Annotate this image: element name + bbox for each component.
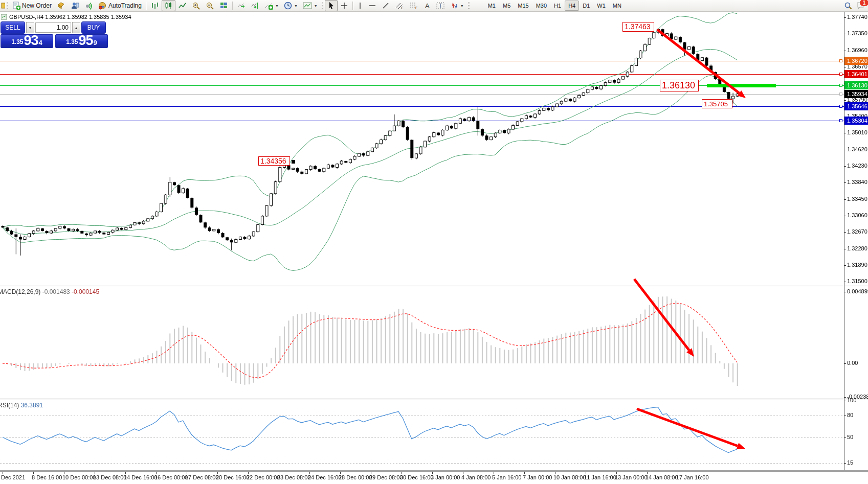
periods-button[interactable]: ▼	[281, 0, 300, 11]
buy-button[interactable]: BUY	[81, 21, 106, 34]
sell-button[interactable]: SELL	[1, 21, 25, 34]
crosshair-button[interactable]	[338, 0, 351, 11]
volume-decrease-button[interactable]: ▼	[26, 22, 34, 33]
market-depth-button[interactable]	[68, 0, 82, 11]
tf-d1[interactable]: D1	[579, 1, 593, 11]
channel-glyph: E	[401, 6, 404, 10]
one-click-trading-panel: SELL ▼ ▲ BUY 1.35 93 4 1.35 95 9	[1, 21, 110, 48]
sell-price-big: 93	[24, 34, 38, 47]
tf-mn[interactable]: MN	[609, 1, 625, 11]
cursor-button[interactable]	[325, 0, 338, 11]
candlestick-chart-button[interactable]	[162, 0, 175, 11]
line-chart-button[interactable]	[175, 0, 189, 11]
templates-dropdown[interactable]: ▼	[314, 4, 318, 8]
label-glyph: T	[439, 3, 442, 9]
fibo-glyph: F	[415, 6, 417, 10]
tf-h4[interactable]: H4	[565, 1, 579, 11]
toolbar-grip[interactable]	[7, 2, 8, 10]
tf-m5[interactable]: M5	[499, 1, 514, 11]
symbol-search-icon[interactable]	[844, 2, 852, 10]
volume-input[interactable]	[35, 22, 71, 33]
tile-windows-button[interactable]	[217, 0, 231, 11]
toolbar-grip[interactable]	[468, 2, 470, 10]
notifications-button[interactable]: 1	[856, 2, 865, 10]
chart-area[interactable]	[0, 0, 868, 484]
sell-price-prefix: 1.35	[11, 37, 23, 47]
sell-price-panel[interactable]: 1.35 93 4	[1, 34, 53, 48]
indicators-dropdown[interactable]: ▼	[275, 4, 279, 8]
sell-price-pip: 4	[39, 35, 42, 51]
mql-editor-button[interactable]	[54, 0, 68, 11]
zoom-out-button[interactable]	[203, 0, 217, 11]
buy-price-prefix: 1.35	[66, 37, 78, 47]
horizontal-line-button[interactable]	[366, 0, 379, 11]
auto-scroll-button[interactable]	[234, 0, 248, 11]
new-order-icon	[12, 2, 20, 10]
equidistant-channel-button[interactable]: E	[392, 0, 407, 11]
buy-price-big: 95	[79, 34, 93, 47]
templates-button[interactable]: ▼	[300, 0, 320, 11]
mt4-window: { "toolbar": { "new_order_label": "New O…	[0, 0, 868, 484]
tf-m1[interactable]: M1	[484, 1, 499, 11]
new-order-label: New Order	[22, 2, 52, 9]
main-toolbar: New Order AutoTrading ▼ ▼ ▼ E F A T ▼ M1…	[0, 0, 868, 12]
text-button[interactable]: A	[421, 0, 433, 11]
signals-button[interactable]	[82, 0, 96, 11]
arrows-button[interactable]: ▼	[448, 0, 466, 11]
symbol-ohlc-text: GBPUSD-,H4 1.35962 1.35982 1.35835 1.359…	[9, 14, 131, 20]
vertical-line-button[interactable]	[354, 0, 366, 11]
periods-dropdown[interactable]: ▼	[294, 4, 298, 8]
zoom-in-button[interactable]	[189, 0, 203, 11]
toolbar-separator	[146, 2, 146, 10]
indicators-button[interactable]: ▼	[262, 0, 281, 11]
fibonacci-button[interactable]: F	[407, 0, 421, 11]
symbol-ohlc-line: GBPUSD-,H4 1.35962 1.35982 1.35835 1.359…	[1, 14, 131, 20]
tf-m15[interactable]: M15	[514, 1, 532, 11]
autotrading-button[interactable]: AutoTrading	[96, 0, 144, 11]
bar-chart-button[interactable]	[148, 0, 162, 11]
new-order-button[interactable]: New Order	[10, 0, 54, 11]
chart-tab-icon	[1, 14, 7, 20]
volume-increase-button[interactable]: ▲	[72, 22, 80, 33]
toolbar-grip[interactable]	[322, 2, 323, 10]
buy-price-panel[interactable]: 1.35 95 9	[55, 34, 108, 48]
autotrading-icon	[98, 2, 107, 10]
tf-h1[interactable]: H1	[550, 1, 565, 11]
autotrading-label: AutoTrading	[108, 2, 142, 9]
trendline-button[interactable]	[379, 0, 392, 11]
toolbar-separator	[352, 2, 353, 10]
window-icon	[1, 2, 5, 10]
toolbar-separator	[232, 2, 233, 10]
tf-m30[interactable]: M30	[532, 1, 550, 11]
buy-price-pip: 9	[94, 35, 97, 51]
notification-badge: 1	[860, 0, 868, 6]
text-glyph: A	[425, 2, 430, 10]
chart-shift-button[interactable]	[248, 0, 262, 11]
tf-w1[interactable]: W1	[593, 1, 609, 11]
text-label-button[interactable]: T	[433, 0, 448, 11]
arrows-dropdown[interactable]: ▼	[460, 4, 464, 8]
